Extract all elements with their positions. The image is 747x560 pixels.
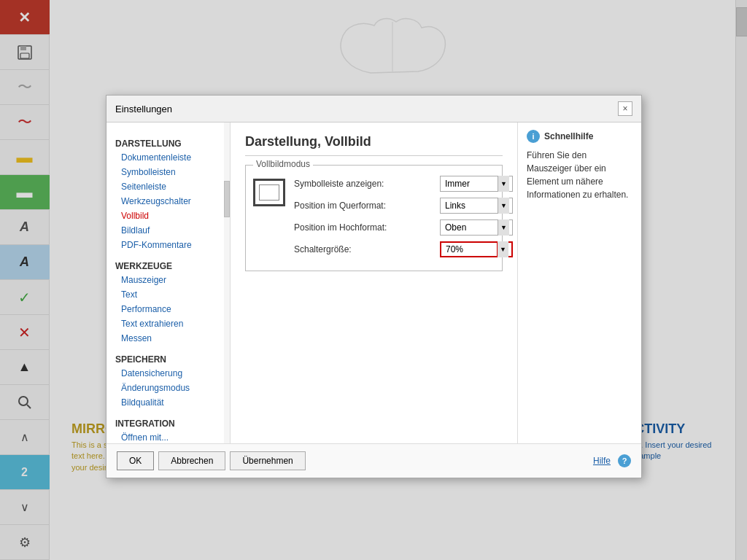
- panel-title: Darstellung, Vollbild: [245, 134, 503, 156]
- select-querformat-arrow[interactable]: ▼: [498, 198, 509, 214]
- dialog-help-panel: i Schnellhilfe Führen Sie den Mauszeiger…: [517, 122, 641, 443]
- select-symbolleiste-arrow[interactable]: ▼: [498, 176, 509, 192]
- form-row-querformat: Position im Querformat: Links ▼: [294, 198, 513, 214]
- help-circle-icon[interactable]: ?: [618, 454, 631, 467]
- nav-item-symbolleisten[interactable]: Symbolleisten: [107, 165, 230, 179]
- nav-item-bildqualitaet[interactable]: Bildqualität: [107, 395, 230, 410]
- dialog-main-panel: Darstellung, Vollbild Vollbildmodus: [231, 122, 517, 443]
- nav-item-pdf-kommentare[interactable]: PDF-Kommentare: [107, 238, 230, 252]
- select-querformat-value: Links: [444, 201, 498, 211]
- nav-item-performance[interactable]: Performance: [107, 302, 230, 316]
- select-schaltergroesse[interactable]: 70% ▼: [440, 241, 513, 257]
- vollbildmodus-group: Vollbildmodus Symbolleiste anzeigen:: [245, 165, 503, 271]
- dialog-title: Einstellungen: [115, 104, 172, 114]
- select-schaltergroesse-value: 70%: [444, 244, 497, 254]
- nav-header-werkzeuge: WERKZEUGE: [107, 255, 230, 273]
- dialog-nav: DARSTELLUNG Dokumentenleiste Symbolleist…: [107, 122, 231, 443]
- nav-section-darstellung: DARSTELLUNG Dokumentenleiste Symbolleist…: [107, 133, 230, 252]
- dialog-footer: OK Abbrechen Übernehmen Hilfe ?: [107, 443, 641, 478]
- nav-item-seitenleiste[interactable]: Seitenleiste: [107, 179, 230, 194]
- nav-item-aenderungsmodus[interactable]: Änderungsmodus: [107, 381, 230, 395]
- select-symbolleiste[interactable]: Immer ▼: [440, 176, 513, 192]
- ok-button[interactable]: OK: [117, 451, 154, 470]
- help-title-text: Schnellhilfe: [544, 131, 593, 141]
- form-row-symbolleiste: Symbolleiste anzeigen: Immer ▼: [294, 176, 513, 192]
- settings-dialog: Einstellungen × DARSTELLUNG Dokumentenle…: [106, 95, 642, 478]
- form-row-hochformat: Position im Hochformat: Oben ▼: [294, 219, 513, 236]
- label-symbolleiste: Symbolleiste anzeigen:: [294, 179, 440, 189]
- select-schaltergroesse-arrow[interactable]: ▼: [497, 241, 508, 257]
- nav-item-messen[interactable]: Messen: [107, 331, 230, 346]
- nav-header-speichern: SPEICHERN: [107, 349, 230, 366]
- nav-header-darstellung: DARSTELLUNG: [107, 133, 230, 150]
- select-querformat[interactable]: Links ▼: [440, 198, 513, 214]
- dialog-body: DARSTELLUNG Dokumentenleiste Symbolleist…: [107, 122, 641, 443]
- form-row-schaltergroesse: Schaltergröße: 70% ▼: [294, 241, 513, 257]
- nav-item-werkzeugschalter[interactable]: Werkzeugschalter: [107, 194, 230, 209]
- dialog-close-button[interactable]: ×: [618, 101, 632, 116]
- help-link[interactable]: Hilfe: [593, 456, 611, 466]
- nav-scrollbar[interactable]: [224, 122, 230, 443]
- preview-box: [253, 179, 285, 206]
- select-hochformat[interactable]: Oben ▼: [440, 219, 513, 236]
- help-icon: i: [527, 130, 540, 143]
- help-title: i Schnellhilfe: [527, 130, 632, 143]
- nav-item-dokumentenleiste[interactable]: Dokumentenleiste: [107, 150, 230, 165]
- label-querformat: Position im Querformat:: [294, 201, 440, 211]
- help-text: Führen Sie den Mauszeiger über ein Eleme…: [527, 149, 632, 201]
- label-schaltergroesse: Schaltergröße:: [294, 244, 440, 254]
- nav-section-speichern: SPEICHERN Datensicherung Änderungsmodus …: [107, 349, 230, 410]
- nav-item-text[interactable]: Text: [107, 287, 230, 302]
- nav-item-oeffnen-mit[interactable]: Öffnen mit...: [107, 430, 230, 443]
- select-hochformat-value: Oben: [444, 222, 498, 233]
- nav-header-integration: INTEGRATION: [107, 413, 230, 430]
- nav-item-datensicherung[interactable]: Datensicherung: [107, 366, 230, 381]
- nav-item-bildlauf[interactable]: Bildlauf: [107, 223, 230, 238]
- apply-button[interactable]: Übernehmen: [230, 451, 305, 470]
- nav-item-text-extrahieren[interactable]: Text extrahieren: [107, 316, 230, 331]
- form-rows: Symbolleiste anzeigen: Immer ▼ Position …: [294, 176, 513, 263]
- label-hochformat: Position im Hochformat:: [294, 222, 440, 233]
- nav-scroll-thumb[interactable]: [224, 181, 230, 217]
- nav-section-werkzeuge: WERKZEUGE Mauszeiger Text Performance Te…: [107, 255, 230, 346]
- nav-item-mauszeiger[interactable]: Mauszeiger: [107, 273, 230, 287]
- select-hochformat-arrow[interactable]: ▼: [498, 219, 509, 236]
- cancel-button[interactable]: Abbrechen: [158, 451, 225, 470]
- dialog-titlebar: Einstellungen ×: [107, 96, 641, 122]
- nav-section-integration: INTEGRATION Öffnen mit... Explorer: [107, 413, 230, 443]
- select-symbolleiste-value: Immer: [444, 179, 498, 189]
- nav-item-vollbild[interactable]: Vollbild: [107, 209, 230, 223]
- group-legend: Vollbildmodus: [253, 159, 313, 169]
